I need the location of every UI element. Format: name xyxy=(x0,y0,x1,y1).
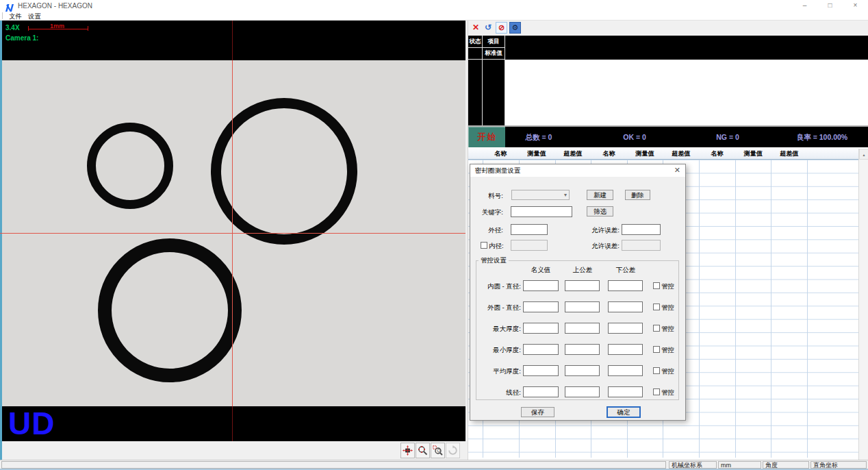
cartesian-cell: 直角坐标 xyxy=(810,461,867,469)
standards-status-header: 状态 xyxy=(468,36,482,47)
title-bar: HEXAGON - HEXAGON – □ × xyxy=(0,0,868,12)
lower-tol-input[interactable] xyxy=(608,280,643,291)
row-label: 平均厚度: xyxy=(470,367,521,376)
results-col-name: 名称 xyxy=(699,149,735,159)
control-settings-title: 管控设置 xyxy=(478,256,509,265)
ng-count: NG = 0 xyxy=(716,127,739,147)
keyword-input[interactable] xyxy=(511,206,572,217)
create-button[interactable]: 新建 xyxy=(587,190,613,200)
ok-count: OK = 0 xyxy=(623,127,646,147)
refresh-icon[interactable]: ↺ xyxy=(485,23,492,32)
lower-tol-input[interactable] xyxy=(608,386,643,397)
refresh-view-button[interactable] xyxy=(446,443,460,458)
control-checkbox[interactable] xyxy=(653,325,660,332)
results-col-name: 名称 xyxy=(591,149,627,159)
control-checkbox-label: 管控 xyxy=(661,388,679,397)
zoom-region-button[interactable]: Q xyxy=(431,443,445,458)
svg-text:Q: Q xyxy=(437,448,440,454)
control-checkbox[interactable] xyxy=(653,388,660,395)
crosshair-vertical-bottom xyxy=(232,406,233,441)
status-bar: 机械坐标系 mm 角度 直角坐标 xyxy=(0,460,868,469)
zoom-measure-icon xyxy=(418,445,428,456)
inner-diameter-input[interactable] xyxy=(511,240,548,251)
control-checkbox-label: 管控 xyxy=(661,346,679,355)
nominal-input[interactable] xyxy=(523,365,559,376)
zoom-region-icon: Q xyxy=(433,445,443,456)
scroll-up-icon[interactable]: ▲ xyxy=(859,149,868,160)
standards-value-header: 标准值 xyxy=(483,47,505,59)
zoom-measure-button[interactable] xyxy=(416,443,430,458)
menu-bar: 文件 设置 xyxy=(0,12,868,21)
clear-icon[interactable]: ✕ xyxy=(472,23,479,32)
control-checkbox-label: 管控 xyxy=(661,282,679,291)
save-button[interactable]: 保存 xyxy=(521,407,554,417)
results-scrollbar[interactable]: ▲ ▼ xyxy=(858,149,868,470)
disable-icon[interactable]: ⊘ xyxy=(496,22,507,34)
standards-item-header: 项目 xyxy=(483,36,505,47)
results-col-name: 名称 xyxy=(483,149,519,159)
outer-diameter-input[interactable] xyxy=(511,224,548,235)
seal-ring-large-bottom xyxy=(98,238,242,382)
results-col-measured: 测量值 xyxy=(627,149,663,159)
seal-ring-small xyxy=(87,123,173,209)
lower-tol-input[interactable] xyxy=(608,323,643,334)
toolbar-grip xyxy=(2,12,3,19)
upper-tol-input[interactable] xyxy=(565,344,600,355)
nominal-input[interactable] xyxy=(523,280,559,291)
lower-tol-input[interactable] xyxy=(608,344,643,355)
window-title: HEXAGON - HEXAGON xyxy=(18,2,92,10)
upper-tol-input[interactable] xyxy=(565,301,600,312)
grid-line xyxy=(807,160,808,458)
outer-tolerance-input[interactable] xyxy=(622,224,661,235)
upper-tol-input[interactable] xyxy=(565,365,600,376)
inner-tolerance-input[interactable] xyxy=(622,240,661,251)
minimize-button[interactable]: – xyxy=(792,0,817,12)
grid-line xyxy=(771,160,771,458)
inner-diameter-label: 内径: xyxy=(489,242,509,251)
upper-tol-input[interactable] xyxy=(565,386,600,397)
part-number-select[interactable]: ▾ xyxy=(511,190,570,200)
row-label: 最大厚度: xyxy=(470,325,521,334)
control-checkbox[interactable] xyxy=(653,304,660,310)
nominal-input[interactable] xyxy=(523,344,559,355)
nominal-input[interactable] xyxy=(523,323,559,334)
start-button[interactable]: 开始 xyxy=(468,127,505,147)
nominal-input[interactable] xyxy=(523,386,559,397)
close-button[interactable]: × xyxy=(843,0,868,12)
standards-grid-line xyxy=(468,47,505,48)
row-label: 内圆 - 直径: xyxy=(470,282,521,291)
row-label: 线径: xyxy=(470,388,521,397)
yield-rate: 良率 = 100.00% xyxy=(797,127,847,147)
seal-ring-large-top xyxy=(211,98,357,245)
control-checkbox[interactable] xyxy=(653,282,660,289)
upper-tol-input[interactable] xyxy=(565,323,600,334)
delete-button[interactable]: 删除 xyxy=(625,190,650,200)
lower-tol-input[interactable] xyxy=(608,365,643,376)
dialog-close-icon[interactable]: ✕ xyxy=(674,166,680,175)
results-col-measured: 测量值 xyxy=(735,149,771,159)
standards-table-header xyxy=(468,36,868,60)
results-col-deviation: 超差值 xyxy=(554,149,591,159)
stage-capture-button[interactable] xyxy=(400,443,415,458)
upper-tol-input[interactable] xyxy=(565,280,600,291)
inner-diameter-checkbox[interactable] xyxy=(481,242,487,249)
restore-button[interactable]: □ xyxy=(817,0,843,12)
total-count: 总数 = 0 xyxy=(526,127,552,147)
outer-diameter-label: 外径: xyxy=(470,226,503,235)
ok-button[interactable]: 确定 xyxy=(607,407,640,417)
run-bar: 开始 总数 = 0 OK = 0 NG = 0 良率 = 100.00% xyxy=(468,127,868,147)
dialog-title: 密封圈测量设置 xyxy=(475,166,521,175)
grid-line xyxy=(735,160,736,458)
inspection-toolbar: ✕ ↺ ⊘ ⚙ xyxy=(468,21,868,36)
outer-tolerance-label: 允许误差: xyxy=(573,226,620,235)
control-checkbox[interactable] xyxy=(653,346,660,353)
filter-button[interactable]: 筛选 xyxy=(587,206,613,217)
lower-tol-input[interactable] xyxy=(608,301,643,312)
settings-gear-icon[interactable]: ⚙ xyxy=(509,22,521,34)
crosshair-horizontal xyxy=(0,233,465,234)
standards-grid-line xyxy=(505,36,505,125)
seal-measure-settings-dialog: 密封圈测量设置 ✕ 料号: ▾ 新建 删除 关键字: 筛选 外径: 允许误差: … xyxy=(470,164,686,421)
nominal-input[interactable] xyxy=(523,301,559,312)
nominal-col-header: 名义值 xyxy=(523,266,559,275)
control-checkbox[interactable] xyxy=(653,367,660,374)
